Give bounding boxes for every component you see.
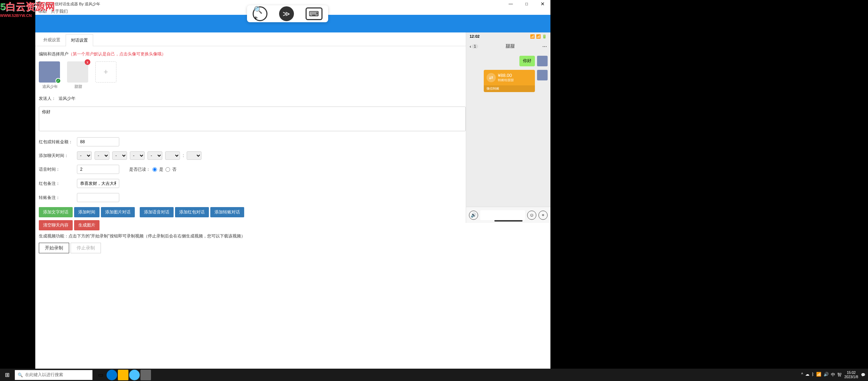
avatar-other[interactable]: x xyxy=(67,61,88,83)
close-button[interactable]: ✕ xyxy=(535,0,550,8)
search-placeholder: 在此键入以进行搜索 xyxy=(25,372,63,378)
phone-contact-name: 甜甜 xyxy=(506,43,515,49)
amount-label: 红包或转账金额： xyxy=(39,139,74,145)
message-bubble: 你好 xyxy=(519,56,535,66)
avatar-self[interactable]: ✓ xyxy=(39,61,60,83)
tray-cloud-icon[interactable]: ☁ xyxy=(805,372,809,378)
app-icon-1[interactable] xyxy=(129,370,140,380)
start-record-button[interactable]: 开始录制 xyxy=(39,243,69,253)
tab-appearance[interactable]: 外观设置 xyxy=(38,34,66,46)
time-select-6[interactable] xyxy=(165,151,180,160)
time-select-1[interactable]: - xyxy=(77,151,92,160)
read-no-radio[interactable] xyxy=(165,167,170,172)
maximize-button[interactable]: □ xyxy=(519,0,535,8)
task-view-icon[interactable]: ▭ xyxy=(95,370,106,380)
user-name-self: 追风少年 xyxy=(39,84,61,89)
tray-ime-icon[interactable]: 中 xyxy=(831,372,835,378)
record-buttons: 开始录制 停止录制 xyxy=(39,243,547,253)
voice-input-icon[interactable]: 🔊 xyxy=(469,211,478,220)
clear-button[interactable]: 清空聊天内容 xyxy=(39,220,73,230)
taskbar: ⊞ 🔍 在此键入以进行搜索 ▭ ^ ☁ ᛒ 📶 🔊 中 智 15:02 2023… xyxy=(0,369,868,381)
phone-signal-icons: 📶 📶 🔋 xyxy=(530,34,547,39)
transfer-label: 微信转账 xyxy=(484,85,535,92)
user-card-self[interactable]: ✓ 追风少年 xyxy=(39,61,61,89)
menu-about[interactable]: 关于我们 xyxy=(51,8,68,14)
sender-label: 发送人： xyxy=(39,96,56,102)
add-redpacket-button[interactable]: 添加红包对话 xyxy=(175,207,209,217)
system-tray: ^ ☁ ᛒ 📶 🔊 中 智 15:02 2023/1/8 💬 xyxy=(798,371,868,379)
tray-wifi-icon[interactable]: 📶 xyxy=(816,372,821,378)
transfer-note-input[interactable] xyxy=(77,193,119,202)
keyboard-icon[interactable]: ⌨ xyxy=(306,7,323,20)
tray-volume-icon[interactable]: 🔊 xyxy=(824,372,829,378)
transfer-amount: ¥88.00 xyxy=(498,73,514,78)
transfer-note-label: 转账备注： xyxy=(39,195,74,201)
explorer-icon[interactable] xyxy=(118,370,128,380)
window-title: 在线微信对话生成器 By 追风少年 xyxy=(43,1,100,7)
taskbar-search[interactable]: 🔍 在此键入以进行搜索 xyxy=(15,370,92,380)
tray-up-icon[interactable]: ^ xyxy=(801,372,803,378)
phone-text-input[interactable] xyxy=(480,210,525,220)
tray-bluetooth-icon[interactable]: ᛒ xyxy=(812,372,814,378)
transfer-row: ⇄ ¥88.00 转账给甜甜 微信转账 xyxy=(469,70,548,92)
tray-clock[interactable]: 15:02 2023/1/8 xyxy=(844,371,858,379)
right-black-bar xyxy=(550,0,868,369)
phone-body: 你好 ⇄ ¥88.00 转账给甜甜 微信转账 xyxy=(466,52,550,99)
gen-image-button[interactable]: 生成图片 xyxy=(74,220,100,230)
home-indicator xyxy=(494,220,523,222)
time-select-5[interactable]: - xyxy=(147,151,162,160)
time-label: 添加聊天时间： xyxy=(39,153,74,159)
stop-record-button: 停止录制 xyxy=(71,243,101,253)
float-toolbar: 🔍+ ≫ ⌨ xyxy=(247,5,328,22)
task-icons: ▭ xyxy=(95,370,151,380)
plus-icon[interactable]: + xyxy=(95,61,116,83)
record-note: 生成视频功能：点击下方的"开始录制"按钮即可录制视频（停止录制后会在右侧生成视频… xyxy=(39,233,547,239)
sender-value: 追风少年 xyxy=(59,96,76,102)
search-icon: 🔍 xyxy=(18,373,23,377)
user-card-other[interactable]: x 甜甜 xyxy=(67,61,90,89)
plus-input-icon[interactable]: + xyxy=(538,211,548,220)
menu-help[interactable]: 帮助 xyxy=(38,8,47,14)
phone-preview: 12:02 📶 📶 🔋 ‹ 1 甜甜 ⋯ 你好 ⇄ ¥88.00 xyxy=(466,32,550,223)
chevron-left-icon: ‹ xyxy=(470,44,471,49)
tab-dialog[interactable]: 对话设置 xyxy=(66,34,93,46)
transfer-avatar xyxy=(537,70,548,80)
time-colon: : xyxy=(183,153,184,158)
emoji-icon[interactable]: ☺ xyxy=(527,211,536,220)
message-row-1: 你好 xyxy=(469,56,548,66)
remove-user-icon[interactable]: x xyxy=(85,59,90,65)
read-radio-group: 是否已读： 是 否 xyxy=(129,167,176,173)
message-avatar xyxy=(537,56,548,66)
time-select-3[interactable]: - xyxy=(112,151,127,160)
amount-input[interactable] xyxy=(77,137,119,146)
start-button[interactable]: ⊞ xyxy=(0,369,14,381)
add-user-card[interactable]: + xyxy=(95,61,118,89)
time-select-7[interactable] xyxy=(187,151,201,160)
transfer-card[interactable]: ⇄ ¥88.00 转账给甜甜 微信转账 xyxy=(484,70,535,92)
voice-input[interactable] xyxy=(77,165,119,174)
notification-icon[interactable]: 💬 xyxy=(861,373,865,377)
add-time-button[interactable]: 添加时间 xyxy=(74,207,100,217)
transfer-sub: 转账给甜甜 xyxy=(498,78,514,83)
time-select-4[interactable]: - xyxy=(130,151,145,160)
redpacket-note-input[interactable] xyxy=(77,179,119,188)
minimize-button[interactable]: — xyxy=(503,0,519,8)
tray-icons[interactable]: ^ ☁ ᛒ 📶 🔊 中 智 xyxy=(801,372,842,378)
add-transfer-button[interactable]: 添加转账对话 xyxy=(210,207,244,217)
time-select-2[interactable]: - xyxy=(95,151,109,160)
message-input[interactable]: 你好 xyxy=(39,107,466,131)
unread-badge: 1 xyxy=(472,44,478,49)
add-text-button[interactable]: 添加文字对话 xyxy=(39,207,73,217)
add-voice-button[interactable]: 添加语音对话 xyxy=(140,207,174,217)
read-yes-radio[interactable] xyxy=(152,167,157,172)
phone-status-bar: 12:02 📶 📶 🔋 xyxy=(466,32,550,40)
add-image-button[interactable]: 添加图片对话 xyxy=(101,207,135,217)
app-icon-2[interactable] xyxy=(140,370,151,380)
tray-ime2-icon[interactable]: 智 xyxy=(837,372,842,378)
phone-back-button[interactable]: ‹ 1 xyxy=(470,44,478,49)
zoom-in-icon[interactable]: 🔍+ xyxy=(253,6,267,21)
edge-icon[interactable] xyxy=(107,370,117,380)
remote-control-icon[interactable]: ≫ xyxy=(279,6,294,21)
phone-more-icon[interactable]: ⋯ xyxy=(542,44,547,49)
transfer-icon: ⇄ xyxy=(487,73,496,82)
